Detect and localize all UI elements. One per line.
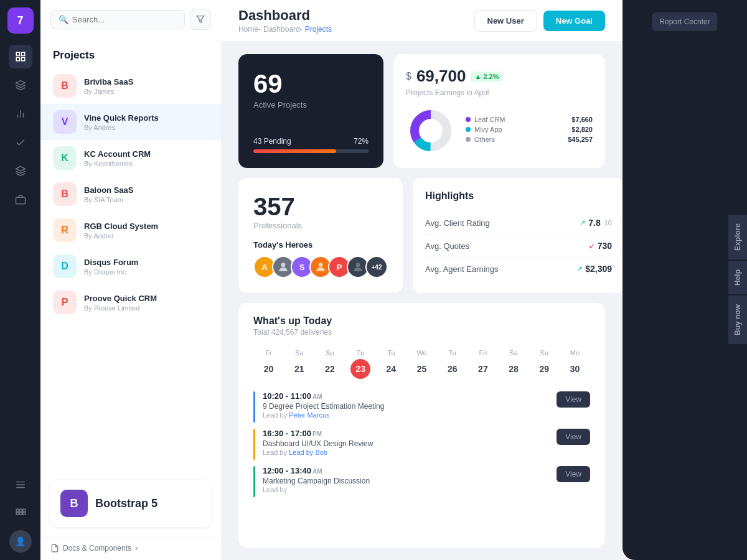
view-button-3[interactable]: View <box>557 466 590 482</box>
buy-now-tab[interactable]: Buy now <box>728 296 747 344</box>
project-item[interactable]: R RGB Cloud System By Andrei <box>40 212 221 248</box>
search-wrap[interactable]: 🔍 <box>50 10 185 29</box>
trend-up-icon: ↗ <box>580 218 586 227</box>
calendar-day[interactable]: Mo 30 <box>560 345 590 383</box>
view-button-2[interactable]: View <box>557 429 590 445</box>
calendar-day[interactable]: Tu 26 <box>437 345 467 383</box>
svg-rect-17 <box>22 513 25 515</box>
main-header: Dashboard Home- Dashboard- Projects New … <box>221 0 622 42</box>
highlights-card: Highlights Avg. Client Rating ↗ 7.8 10 A… <box>413 178 622 293</box>
project-item[interactable]: B Baloon SaaS By SIA Team <box>40 176 221 212</box>
project-item[interactable]: K KC Account CRM By Keenthemes <box>40 140 221 176</box>
main-content: Dashboard Home- Dashboard- Projects New … <box>221 0 622 560</box>
earnings-dollar: $ <box>406 71 411 82</box>
calendar-day[interactable]: Sa 21 <box>284 345 314 383</box>
docs-bar[interactable]: Docs & Components › <box>40 537 221 560</box>
sidebar-item-stack[interactable] <box>9 159 32 183</box>
new-user-button[interactable]: New User <box>474 10 537 32</box>
calendar-day[interactable]: Su 22 <box>314 345 345 383</box>
calendar-subtitle: Total 424,567 deliveries <box>253 328 332 337</box>
page-title: Dashboard <box>238 7 332 24</box>
calendar-header: What's up Today Total 424,567 deliveries <box>253 315 590 337</box>
legend-item-others: Others $45,257 <box>466 136 593 143</box>
legend-item-leaf: Leaf CRM $7,660 <box>466 116 593 123</box>
calendar-day[interactable]: Su 29 <box>529 345 560 383</box>
sidebar-item-analytics[interactable] <box>9 102 32 126</box>
event-item-3: 12:00 - 13:40AM Marketing Campaign Discu… <box>253 466 590 497</box>
earnings-chart-row: Leaf CRM $7,660 Mivy App $2,820 Others $… <box>406 106 593 156</box>
project-item[interactable]: V Vine Quick Reports By Andres <box>40 104 221 140</box>
dashboard-body: 69 Active Projects 43 Pending 72% $ <box>221 42 622 560</box>
event-lead-link-2[interactable]: Lead by Bob <box>289 449 327 456</box>
calendar-day[interactable]: Fr 20 <box>253 345 284 383</box>
professionals-label: Professionals <box>253 221 388 230</box>
highlight-row-quotes: Avg. Quotes ↙ 730 <box>425 235 612 258</box>
bootstrap-card[interactable]: B Bootstrap 5 <box>50 480 211 527</box>
project-logo: B <box>53 74 77 98</box>
highlights-title: Highlights <box>425 190 612 202</box>
avatars-row: A S P +42 <box>253 256 388 278</box>
svg-rect-13 <box>19 509 22 511</box>
user-avatar[interactable]: 👤 <box>9 530 32 553</box>
project-logo: B <box>53 182 77 206</box>
progress-bar-wrap <box>253 149 369 153</box>
docs-label: Docs & Components <box>63 544 131 553</box>
view-button-1[interactable]: View <box>557 391 590 408</box>
svg-rect-12 <box>16 509 19 511</box>
project-item[interactable]: P Proove Quick CRM By Proove Limited <box>40 284 221 320</box>
active-projects-card: 69 Active Projects 43 Pending 72% <box>238 54 383 168</box>
right-overlay: Report Cecnter Explore Help Buy now <box>622 0 747 560</box>
active-projects-count: 69 <box>253 69 369 99</box>
search-input[interactable] <box>72 15 177 24</box>
svg-rect-3 <box>16 58 19 61</box>
sidebar-item-dashboard[interactable] <box>9 45 32 68</box>
project-item[interactable]: D Disqus Forum By Disqus Inc. <box>40 248 221 284</box>
earnings-amount: 69,700 <box>416 67 466 86</box>
earnings-card: $ 69,700 ▲ 2.2% Projects Earnings in Apr… <box>393 54 605 168</box>
new-goal-button[interactable]: New Goal <box>543 11 605 31</box>
project-logo: R <box>53 218 77 242</box>
project-logo: K <box>53 146 77 170</box>
progress-info: 43 Pending 72% <box>253 137 369 146</box>
event-item-2: 16:30 - 17:00PM Dashboard UI/UX Design R… <box>253 429 590 460</box>
bootstrap-icon: B <box>60 490 88 517</box>
calendar-day[interactable]: We 25 <box>406 345 437 383</box>
highlight-row-earnings: Avg. Agent Earnings ↗ $2,309 <box>425 258 612 280</box>
svg-rect-15 <box>16 513 19 515</box>
sidebar-item-layers[interactable] <box>9 73 32 97</box>
svg-rect-14 <box>22 509 25 511</box>
legend-item-mivy: Mivy App $2,820 <box>466 126 593 133</box>
search-bar: 🔍 <box>40 0 221 39</box>
calendar-day[interactable]: Tu 24 <box>376 345 406 383</box>
svg-rect-1 <box>21 52 24 55</box>
sidebar-item-briefcase[interactable] <box>9 188 32 212</box>
header-actions: New User New Goal <box>474 10 606 32</box>
svg-rect-0 <box>16 52 19 55</box>
project-list: B Briviba SaaS By James V Vine Quick Rep… <box>40 68 221 472</box>
user-number-badge[interactable]: 7 <box>7 7 34 34</box>
active-projects-label: Active Projects <box>253 100 369 110</box>
progress-row: 43 Pending 72% <box>253 137 369 153</box>
project-logo: D <box>53 254 77 278</box>
trend-down-icon: ↙ <box>589 241 595 250</box>
svg-point-23 <box>281 263 286 267</box>
explore-tab[interactable]: Explore <box>728 215 747 259</box>
calendar-day[interactable]: Sa 28 <box>499 345 529 383</box>
sidebar-item-grid-small[interactable] <box>9 502 32 525</box>
earnings-badge: ▲ 2.2% <box>471 72 502 82</box>
event-list: 10:20 - 11:00AM 9 Degree Project Estimat… <box>253 391 590 497</box>
report-center-button[interactable]: Report Cecnter <box>652 12 717 31</box>
svg-point-25 <box>356 263 360 267</box>
filter-button[interactable] <box>190 9 211 30</box>
event-lead-link[interactable]: Peter Marcus <box>289 411 329 419</box>
sidebar-item-tasks[interactable] <box>9 131 32 154</box>
pending-label: 43 Pending <box>253 137 291 146</box>
sidebar-item-menu[interactable] <box>9 473 32 497</box>
professionals-count: 357 <box>253 193 388 221</box>
help-tab[interactable]: Help <box>728 261 747 294</box>
calendar-day[interactable]: Fri 27 <box>467 345 498 383</box>
project-item[interactable]: B Briviba SaaS By James <box>40 68 221 104</box>
row-2: 357 Professionals Today's Heroes A S P <box>238 178 605 293</box>
calendar-day[interactable]: Tu 23 <box>345 345 376 383</box>
donut-chart <box>406 106 456 156</box>
